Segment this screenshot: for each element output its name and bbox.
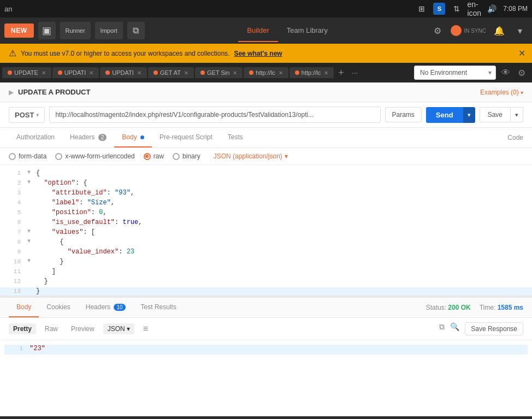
title-bar: an ⊞ S ⇅ en-icon 🔊 7:08 PM <box>0 0 532 17</box>
toggle-7[interactable]: ▼ <box>27 228 34 235</box>
chevron-down-icon[interactable]: ▾ <box>512 23 528 38</box>
search-icon[interactable]: 🔍 <box>450 322 459 335</box>
resp-tab-headers[interactable]: Headers 10 <box>78 298 133 317</box>
resp-fmt-pretty[interactable]: Pretty <box>9 323 36 334</box>
req-tab-2[interactable]: UPDATI ✕ <box>52 67 99 78</box>
eye-icon[interactable]: 👁 <box>499 66 512 80</box>
tab-pre-request-script[interactable]: Pre-request Script <box>152 128 220 147</box>
tab-authorization[interactable]: Authorization <box>9 128 62 147</box>
code-link[interactable]: Code <box>507 134 523 141</box>
settings-icon[interactable]: ⚙ <box>430 23 445 38</box>
close-icon[interactable]: ✕ <box>137 70 141 76</box>
request-title-bar: ▶ UPDATE A PRODUCT Examples (0) ▾ <box>0 82 532 102</box>
tab-dot <box>295 70 299 75</box>
manage-env-icon[interactable]: ⚙ <box>516 66 528 80</box>
close-icon[interactable]: ✕ <box>324 70 328 76</box>
resp-fmt-preview[interactable]: Preview <box>67 323 99 334</box>
environment-select[interactable]: No Environment <box>414 66 496 80</box>
resp-tab-cookies[interactable]: Cookies <box>39 298 78 317</box>
req-tab-7[interactable]: http://lc ✕ <box>289 67 334 78</box>
response-editor[interactable]: 1 "23" <box>0 340 532 416</box>
tab-body[interactable]: Body <box>114 128 152 147</box>
tab-headers[interactable]: Headers 2 <box>62 128 114 147</box>
resp-tab-test-results[interactable]: Test Results <box>133 298 184 317</box>
status-value: 200 OK <box>448 304 470 311</box>
skype-icon[interactable]: S <box>433 3 445 15</box>
code-line-13: 13 } <box>0 287 532 296</box>
en-icon[interactable]: en-icon <box>468 3 480 15</box>
json-format-select[interactable]: JSON (application/json) ▾ <box>214 152 288 160</box>
collapse-icon[interactable]: ▶ <box>9 88 14 96</box>
url-input[interactable] <box>49 107 380 123</box>
tab-dot <box>58 70 62 75</box>
response-format-bar: Pretty Raw Preview JSON ▾ ≡ ⧉ 🔍 Save Res… <box>0 318 532 340</box>
tab-builder[interactable]: Builder <box>238 20 277 42</box>
code-line-9: 9 "value_index": 23 <box>0 248 532 258</box>
new-window-icon[interactable]: ⧉ <box>127 22 145 39</box>
raw-radio[interactable] <box>144 153 151 160</box>
more-tabs-button[interactable]: ··· <box>348 68 362 77</box>
code-line-8: 8 ▼ { <box>0 238 532 248</box>
tab-team-library[interactable]: Team Library <box>278 20 336 42</box>
close-icon[interactable]: ✕ <box>279 70 283 76</box>
code-editor[interactable]: 1 ▼ { 2 ▼ "option": { 3 "attribute_id": … <box>0 165 532 296</box>
nav-tabs: Builder Team Library <box>149 20 426 42</box>
close-icon[interactable]: ✕ <box>89 70 93 76</box>
close-icon[interactable]: ✕ <box>518 48 525 58</box>
close-icon[interactable]: ✕ <box>42 70 46 76</box>
params-button[interactable]: Params <box>385 107 422 122</box>
send-button[interactable]: Send <box>426 107 463 123</box>
environment-selector[interactable]: No Environment <box>414 66 496 80</box>
code-line-1: 1 ▼ { <box>0 169 532 179</box>
binary-option[interactable]: binary <box>173 152 200 160</box>
binary-radio[interactable] <box>173 153 180 160</box>
import-button[interactable]: Import <box>95 22 123 39</box>
resp-tab-body[interactable]: Body <box>9 298 39 317</box>
urlencoded-radio[interactable] <box>55 153 62 160</box>
urlencoded-option[interactable]: x-www-form-urlencoded <box>55 152 134 160</box>
nav-right: ⚙ IN SYNC 🔔 ▾ <box>430 23 528 38</box>
send-dropdown[interactable]: ▾ <box>463 107 475 123</box>
layout-icon[interactable]: ▣ <box>38 22 56 39</box>
req-tab-5[interactable]: GET Sin ✕ <box>195 67 243 78</box>
save-response-button[interactable]: Save Response <box>465 322 523 335</box>
req-tab-1[interactable]: UPDATE ✕ <box>2 67 51 78</box>
volume-icon[interactable]: 🔊 <box>486 3 498 15</box>
notification-icon[interactable]: 🔔 <box>492 23 507 38</box>
toggle-2[interactable]: ▼ <box>27 179 34 186</box>
code-line-2: 2 ▼ "option": { <box>0 179 532 189</box>
resp-fmt-raw[interactable]: Raw <box>40 323 62 334</box>
form-data-option[interactable]: form-data <box>9 152 46 160</box>
toggle-8[interactable]: ▼ <box>27 238 34 245</box>
req-tab-label: http://lc <box>256 69 275 76</box>
grid-icon[interactable]: ⊞ <box>416 3 428 15</box>
switch-icon[interactable]: ⇅ <box>451 3 463 15</box>
tab-dot <box>105 70 110 75</box>
new-button[interactable]: NEW <box>4 23 34 38</box>
req-tab-3[interactable]: UPDATI ✕ <box>100 67 147 78</box>
code-line-7: 7 ▼ "values": [ <box>0 228 532 238</box>
method-chevron: ▾ <box>36 112 39 118</box>
tab-tests[interactable]: Tests <box>220 128 251 147</box>
raw-option[interactable]: raw <box>144 152 164 160</box>
save-dropdown[interactable]: ▾ <box>511 107 523 122</box>
runner-button[interactable]: Runner <box>60 22 91 39</box>
close-icon[interactable]: ✕ <box>184 70 188 76</box>
code-line-11: 11 ] <box>0 268 532 278</box>
body-dot <box>140 135 144 139</box>
copy-icon[interactable]: ⧉ <box>439 322 445 335</box>
resp-icon-1[interactable]: ≡ <box>143 324 148 334</box>
whats-new-link[interactable]: See what's new <box>234 50 282 57</box>
form-data-radio[interactable] <box>9 153 16 160</box>
req-tab-4[interactable]: GET AT ✕ <box>148 67 194 78</box>
req-tab-label: GET AT <box>160 69 181 76</box>
examples-link[interactable]: Examples (0) ▾ <box>480 88 523 96</box>
close-icon[interactable]: ✕ <box>233 70 237 76</box>
toggle-10[interactable]: ▼ <box>27 258 34 264</box>
json-format-dropdown[interactable]: JSON ▾ <box>103 323 134 334</box>
toggle-1[interactable]: ▼ <box>27 169 34 176</box>
req-tab-6[interactable]: http://lc ✕ <box>244 67 288 78</box>
method-select[interactable]: POST ▾ <box>9 107 45 123</box>
add-tab-button[interactable]: + <box>335 67 347 79</box>
save-button[interactable]: Save <box>480 107 511 122</box>
